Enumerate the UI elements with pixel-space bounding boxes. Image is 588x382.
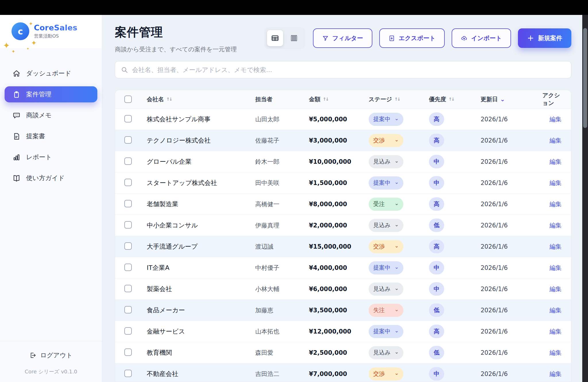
sidebar-item-label: 提案書 [26,132,45,141]
priority-badge: 高 [429,134,444,147]
column-header-priority[interactable]: 優先度 ↑↓ [423,95,481,103]
stage-select[interactable]: 失注 ⌄ [369,304,403,317]
owner-name: 山本拓也 [255,328,309,336]
table-row: 中小企業コンサル 伊藤真理 ¥2,000,000 見込み ⌄ 低 2026/1/… [115,215,571,236]
edit-link[interactable]: 編集 [550,222,562,229]
bar-chart-icon [13,153,20,161]
column-header-amount[interactable]: 金額 ↑↓ [309,95,369,103]
priority-badge: 中 [429,367,444,381]
page-scrollbar[interactable] [582,15,588,382]
sparkle-icon: ✦ [31,40,37,46]
chevron-down-icon: ⌄ [394,308,399,311]
row-checkbox[interactable] [124,242,132,250]
stage-select[interactable]: 提案中 ⌄ [369,261,403,274]
edit-link[interactable]: 編集 [550,243,562,250]
stage-label: 提案中 [373,179,390,187]
kanban-view-button[interactable] [286,30,302,46]
edit-link[interactable]: 編集 [550,328,562,335]
sidebar-item-reports[interactable]: レポート [5,149,97,165]
deal-amount: ¥4,000,000 [309,264,369,271]
company-name: 教育機関 [147,348,255,357]
sidebar-item-proposals[interactable]: 提案書 [5,128,97,144]
row-checkbox[interactable] [124,327,132,335]
row-checkbox[interactable] [124,370,132,377]
row-checkbox[interactable] [124,348,132,356]
main-content: 案件管理 商談から受注まで、すべての案件を一元管理 フィルター [102,15,582,382]
edit-link[interactable]: 編集 [550,349,562,356]
stage-select[interactable]: 見込み ⌄ [369,155,403,168]
row-checkbox[interactable] [124,136,132,144]
stage-select[interactable]: 交渉 ⌄ [369,240,403,253]
company-name: 不動産会社 [147,370,255,378]
sidebar-item-meeting-notes[interactable]: 商談メモ [5,107,97,123]
table-view-button[interactable] [267,30,283,46]
stage-label: 交渉 [373,137,385,144]
row-checkbox[interactable] [124,285,132,292]
stage-label: 見込み [373,349,390,356]
columns-view-icon [290,34,298,42]
row-checkbox[interactable] [124,115,132,122]
column-header-updated[interactable]: 更新日 ⌄ [481,95,542,103]
company-name: グローバル企業 [147,157,255,166]
sidebar-item-label: 商談メモ [26,111,52,120]
stage-label: 提案中 [373,328,390,335]
logout-button[interactable]: ログアウト [0,351,102,360]
stage-select[interactable]: 提案中 ⌄ [369,113,403,126]
search-bar[interactable] [115,61,571,78]
sidebar-item-dashboard[interactable]: ダッシュボード [5,65,97,81]
select-all-checkbox[interactable] [124,95,132,103]
search-icon [121,66,128,73]
company-name: 中小企業コンサル [147,221,255,230]
table-row: 金融サービス 山本拓也 ¥12,000,000 提案中 ⌄ 高 2026/1/6… [115,321,571,342]
edit-link[interactable]: 編集 [550,137,562,144]
stage-select[interactable]: 見込み ⌄ [369,346,403,359]
scrollbar-thumb[interactable] [583,28,587,128]
row-checkbox[interactable] [124,179,132,186]
company-name: 金融サービス [147,327,255,336]
updated-date: 2026/1/6 [481,371,542,377]
edit-link[interactable]: 編集 [550,180,562,186]
export-button[interactable]: エクスポート [379,28,445,48]
table-header-row: 会社名 ↑↓ 担当者 金額 ↑↓ ステージ ↑↓ 優先度 ↑↓ [115,90,571,109]
page-title: 案件管理 [115,24,237,40]
new-deal-button[interactable]: 新規案件 [518,28,571,48]
filter-button[interactable]: フィルター [313,28,372,48]
deal-amount: ¥3,500,000 [309,307,369,314]
stage-select[interactable]: 交渉 ⌄ [369,134,403,147]
owner-name: 小林大輔 [255,285,309,293]
edit-link[interactable]: 編集 [550,201,562,208]
column-header-stage[interactable]: ステージ ↑↓ [369,95,423,103]
row-checkbox[interactable] [124,221,132,229]
edit-link[interactable]: 編集 [550,264,562,271]
stage-select[interactable]: 提案中 ⌄ [369,325,403,338]
edit-link[interactable]: 編集 [550,307,562,314]
import-label: インポート [471,34,502,42]
edit-link[interactable]: 編集 [550,371,562,377]
row-checkbox[interactable] [124,157,132,165]
updated-date: 2026/1/6 [481,180,542,186]
chevron-down-icon: ⌄ [394,159,399,162]
row-checkbox[interactable] [124,264,132,271]
edit-link[interactable]: 編集 [550,158,562,165]
chevron-down-icon: ⌄ [394,329,399,332]
edit-link[interactable]: 編集 [550,116,562,123]
sidebar-item-deals[interactable]: 案件管理 [5,86,97,102]
search-input[interactable] [132,66,565,73]
stage-label: 交渉 [373,243,385,250]
owner-name: 加藤恵 [255,306,309,314]
stage-select[interactable]: 受注 ⌄ [369,198,403,211]
row-checkbox[interactable] [124,306,132,313]
column-header-company[interactable]: 会社名 ↑↓ [147,95,255,103]
stage-select[interactable]: 見込み ⌄ [369,219,403,232]
stage-select[interactable]: 提案中 ⌄ [369,176,403,190]
sidebar: ✦ ✦ ✦ ✦ ✦ c CoreSales 営業活動OS ダッシュボード 案件管… [0,15,102,382]
table-row: IT企業A 中村優子 ¥4,000,000 提案中 ⌄ 中 2026/1/6 編… [115,257,571,278]
stage-select[interactable]: 交渉 ⌄ [369,367,403,381]
owner-name: 山田太郎 [255,115,309,123]
edit-link[interactable]: 編集 [550,286,562,293]
sidebar-item-guide[interactable]: 使い方ガイド [5,170,97,186]
table-row: 大手流通グループ 渡辺誠 ¥15,000,000 交渉 ⌄ 高 2026/1/6… [115,236,571,257]
row-checkbox[interactable] [124,200,132,207]
stage-select[interactable]: 見込み ⌄ [369,282,403,296]
import-button[interactable]: インポート [452,28,511,48]
